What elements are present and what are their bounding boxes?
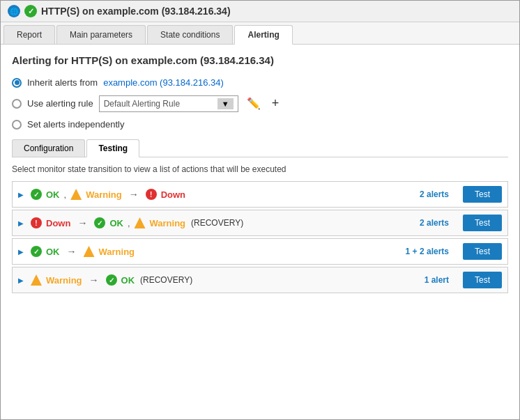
set-independent-radio[interactable] bbox=[12, 120, 22, 130]
use-rule-label: Use alerting rule bbox=[27, 98, 93, 109]
inherit-label: Inherit alerts from bbox=[27, 77, 98, 88]
inner-tab-testing[interactable]: Testing bbox=[86, 139, 139, 157]
warning-icon bbox=[135, 217, 146, 228]
down-icon: ! bbox=[146, 189, 157, 200]
alerts-count: 1 alert bbox=[425, 275, 449, 285]
expand-icon[interactable]: ▶ bbox=[18, 191, 26, 199]
select-value: Default Alerting Rule bbox=[104, 99, 217, 109]
expand-icon[interactable]: ▶ bbox=[18, 248, 26, 256]
add-rule-button[interactable]: + bbox=[269, 95, 282, 112]
test-button[interactable]: Test bbox=[463, 272, 502, 288]
tab-main-parameters[interactable]: Main parameters bbox=[56, 25, 146, 44]
arrow-icon: → bbox=[89, 274, 99, 286]
select-dropdown-button[interactable]: ▼ bbox=[217, 98, 234, 109]
expand-icon[interactable]: ▶ bbox=[18, 219, 26, 227]
transitions-list: ▶ ✓ OK , Warning → ! Down 2 alerts Test … bbox=[12, 181, 508, 293]
recovery-label: (RECOVERY) bbox=[191, 218, 243, 228]
inherit-radio[interactable] bbox=[12, 78, 22, 88]
table-row: ▶ ✓ OK , Warning → ! Down 2 alerts Test bbox=[12, 181, 508, 208]
title-bar: 🌐 ✓ HTTP(S) on example.com (93.184.216.3… bbox=[1, 1, 519, 22]
ok-icon: ✓ bbox=[94, 217, 105, 228]
tab-alerting[interactable]: Alerting bbox=[234, 25, 292, 45]
down-icon: ! bbox=[31, 217, 42, 228]
globe-icon: 🌐 bbox=[8, 5, 20, 17]
state-ok-label: OK bbox=[109, 218, 123, 228]
test-button[interactable]: Test bbox=[463, 215, 502, 231]
state-warning-label: Warning bbox=[99, 247, 135, 257]
alerts-count: 2 alerts bbox=[420, 189, 449, 199]
inner-tabs: Configuration Testing bbox=[12, 139, 508, 157]
edit-rule-button[interactable]: ✏️ bbox=[244, 95, 263, 111]
alerts-count: 1 + 2 alerts bbox=[406, 247, 449, 256]
ok-icon: ✓ bbox=[31, 189, 42, 200]
state-down-label: Down bbox=[161, 189, 185, 200]
state-warning-label: Warning bbox=[150, 218, 186, 228]
arrow-icon: → bbox=[129, 189, 139, 200]
use-rule-radio[interactable] bbox=[12, 99, 22, 109]
warning-icon bbox=[70, 189, 82, 200]
tab-state-conditions[interactable]: State conditions bbox=[147, 25, 233, 44]
content-area: Alerting for HTTP(S) on example.com (93.… bbox=[1, 45, 519, 419]
test-button[interactable]: Test bbox=[463, 186, 502, 203]
page-title: Alerting for HTTP(S) on example.com (93.… bbox=[12, 54, 508, 66]
inherit-link[interactable]: example.com (93.184.216.34) bbox=[103, 77, 224, 88]
use-rule-radio-row: Use alerting rule Default Alerting Rule … bbox=[12, 95, 508, 112]
ok-icon: ✓ bbox=[31, 246, 42, 257]
set-independent-label: Set alerts independently bbox=[27, 119, 124, 130]
radio-group: Inherit alerts from example.com (93.184.… bbox=[12, 77, 508, 130]
ok-status-icon: ✓ bbox=[24, 5, 37, 17]
state-ok-label: OK bbox=[121, 275, 135, 286]
expand-icon[interactable]: ▶ bbox=[18, 277, 26, 284]
main-window: 🌐 ✓ HTTP(S) on example.com (93.184.216.3… bbox=[0, 0, 520, 420]
inherit-radio-row: Inherit alerts from example.com (93.184.… bbox=[12, 77, 508, 88]
state-warning-label: Warning bbox=[86, 189, 122, 200]
table-row: ▶ ✓ OK → Warning 1 + 2 alerts Test bbox=[12, 238, 508, 265]
warning-icon bbox=[84, 246, 95, 257]
warning-icon bbox=[31, 274, 42, 286]
ok-icon: ✓ bbox=[106, 274, 117, 286]
table-row: ▶ Warning → ✓ OK (RECOVERY) 1 alert Test bbox=[12, 267, 508, 293]
recovery-label: (RECOVERY) bbox=[140, 275, 192, 285]
set-independent-radio-row: Set alerts independently bbox=[12, 119, 508, 130]
test-button[interactable]: Test bbox=[463, 243, 502, 260]
description-text: Select monitor state transition to view … bbox=[12, 164, 508, 174]
top-tabs: Report Main parameters State conditions … bbox=[1, 22, 519, 45]
tab-report[interactable]: Report bbox=[3, 25, 55, 44]
inner-tab-configuration[interactable]: Configuration bbox=[12, 139, 85, 157]
alerts-count: 2 alerts bbox=[420, 218, 449, 228]
arrow-icon: → bbox=[67, 246, 77, 257]
table-row: ▶ ! Down → ✓ OK , Warning (RECOVERY) 2 a… bbox=[12, 210, 508, 236]
window-title: HTTP(S) on example.com (93.184.216.34) bbox=[41, 6, 231, 17]
alerting-rule-select[interactable]: Default Alerting Rule ▼ bbox=[99, 95, 238, 112]
arrow-icon: → bbox=[77, 217, 87, 228]
state-ok-label: OK bbox=[46, 247, 60, 257]
state-down-label: Down bbox=[46, 218, 70, 228]
state-ok-label: OK bbox=[46, 189, 60, 200]
state-warning-label: Warning bbox=[46, 275, 82, 286]
